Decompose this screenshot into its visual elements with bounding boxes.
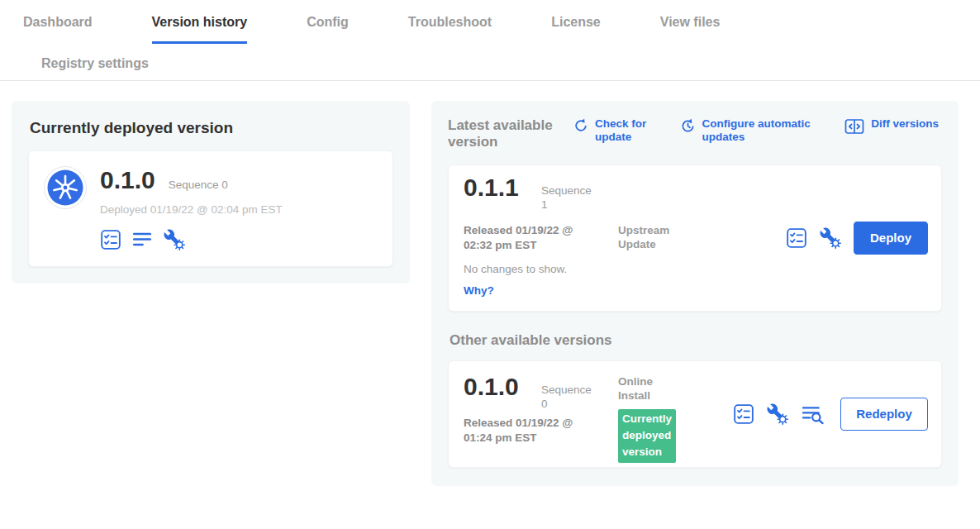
- edit-config-icon[interactable]: [766, 403, 789, 426]
- other-version-sequence: Sequence 0: [541, 384, 592, 412]
- other-card-actions: Redeploy: [733, 361, 928, 467]
- latest-card-actions: Deploy: [786, 165, 928, 311]
- other-version-number: 0.1.0: [464, 373, 519, 401]
- currently-deployed-badge: Currently deployed version: [618, 409, 676, 463]
- deployed-version-details: 0.1.0 Sequence 0 Deployed 01/19/22 @ 02:…: [100, 166, 283, 251]
- other-version-card: 0.1.0 Sequence 0 Online Install Released…: [448, 360, 942, 468]
- preflight-checks-icon[interactable]: [786, 227, 807, 249]
- preflight-checks-icon[interactable]: [100, 229, 121, 250]
- tab-version-history[interactable]: Version history: [152, 0, 248, 44]
- check-for-update-button[interactable]: Check for update: [573, 117, 654, 144]
- deployed-timestamp: Deployed 01/19/22 @ 02:04 pm EST: [100, 203, 283, 216]
- tab-config[interactable]: Config: [307, 0, 349, 44]
- preflight-checks-icon[interactable]: [733, 403, 754, 425]
- diff-icon: [844, 118, 864, 135]
- redeploy-button[interactable]: Redeploy: [840, 398, 928, 431]
- deploy-button[interactable]: Deploy: [854, 222, 928, 255]
- latest-version-source: Upstream Update: [618, 223, 686, 252]
- tab-registry-settings[interactable]: Registry settings: [41, 44, 149, 80]
- diff-versions-label: Diff versions: [871, 117, 939, 131]
- tab-dashboard[interactable]: Dashboard: [23, 0, 93, 44]
- tab-troubleshoot[interactable]: Troubleshoot: [408, 0, 492, 44]
- other-version-source: Online Install: [618, 374, 668, 403]
- latest-version-card: 0.1.1 Sequence 1 Released 01/19/22 @ 02:…: [448, 164, 942, 312]
- deployed-sequence-label: Sequence 0: [169, 179, 228, 191]
- currently-deployed-panel: Currently deployed version 0.1.0 Sequenc…: [12, 101, 410, 284]
- deployed-version-card: 0.1.0 Sequence 0 Deployed 01/19/22 @ 02:…: [28, 150, 393, 267]
- latest-available-title: Latest available version: [448, 117, 573, 151]
- latest-version-released: Released 01/19/22 @ 02:32 pm EST: [464, 223, 602, 253]
- nav-row-secondary: Registry settings: [0, 44, 980, 80]
- diff-versions-button[interactable]: Diff versions: [844, 117, 939, 144]
- tab-view-files[interactable]: View files: [660, 0, 721, 44]
- check-for-update-label: Check for update: [595, 117, 654, 144]
- kubernetes-logo: [44, 166, 87, 209]
- auto-update-icon: [680, 118, 696, 134]
- nav-row-primary: Dashboard Version history Config Trouble…: [0, 0, 980, 44]
- latest-version-number: 0.1.1: [464, 174, 519, 202]
- latest-version-sequence: Sequence 1: [541, 184, 592, 212]
- deploy-logs-icon[interactable]: [801, 403, 825, 425]
- other-versions-heading: Other available versions: [450, 332, 940, 349]
- other-version-released: Released 01/19/22 @ 01:24 pm EST: [464, 416, 602, 446]
- deployed-version-number: 0.1.0: [100, 166, 155, 194]
- latest-available-panel: Latest available version Check for updat…: [431, 101, 959, 486]
- main-content: Currently deployed version 0.1.0 Sequenc…: [0, 81, 980, 486]
- tab-license[interactable]: License: [551, 0, 601, 44]
- top-navigation: Dashboard Version history Config Trouble…: [0, 0, 980, 81]
- release-notes-icon[interactable]: [131, 229, 153, 250]
- currently-deployed-title: Currently deployed version: [30, 119, 393, 137]
- configure-automatic-updates-label: Configure automatic updates: [702, 117, 820, 144]
- header-actions: Check for update Configure automatic upd…: [573, 117, 942, 144]
- edit-config-icon[interactable]: [163, 228, 186, 251]
- edit-config-icon[interactable]: [819, 226, 842, 250]
- latest-available-header: Latest available version Check for updat…: [448, 117, 942, 151]
- why-link[interactable]: Why?: [464, 284, 494, 297]
- no-changes-text: No changes to show.: [464, 263, 567, 275]
- configure-automatic-updates-button[interactable]: Configure automatic updates: [680, 117, 820, 144]
- refresh-icon: [573, 118, 588, 133]
- deployed-action-icons: [100, 228, 283, 251]
